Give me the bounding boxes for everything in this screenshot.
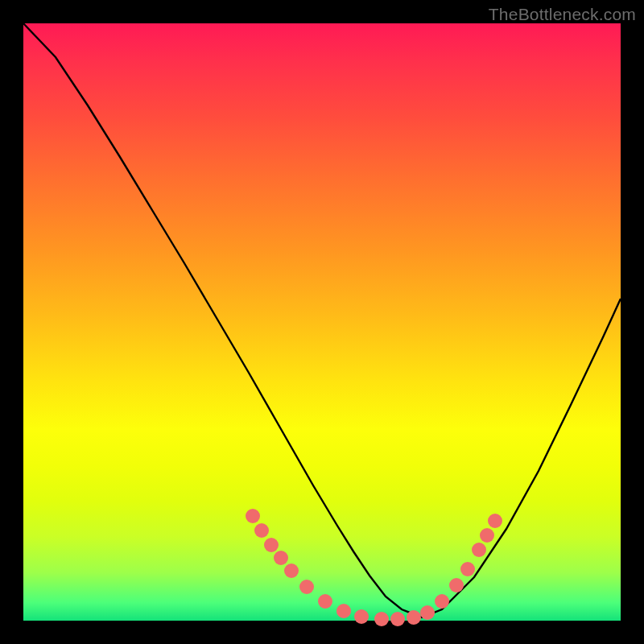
curve-marker xyxy=(274,551,288,565)
chart-frame: TheBottleneck.com xyxy=(0,0,644,644)
curve-marker xyxy=(318,594,332,609)
curve-marker xyxy=(299,580,314,594)
curve-marker xyxy=(449,578,464,592)
curve-marker xyxy=(460,562,475,576)
curve-marker xyxy=(246,509,260,523)
curve-marker xyxy=(435,594,449,609)
curve-marker xyxy=(488,514,502,528)
curve-marker xyxy=(480,528,494,543)
curve-marker xyxy=(472,543,486,557)
curve-marker xyxy=(390,612,405,626)
curve-marker xyxy=(264,538,279,552)
curve-marker xyxy=(354,609,369,624)
bottleneck-curve xyxy=(23,23,621,617)
curve-marker xyxy=(284,564,299,578)
watermark-text: TheBottleneck.com xyxy=(489,5,636,24)
curve-marker xyxy=(420,605,435,620)
marker-group xyxy=(246,509,502,626)
curve-marker xyxy=(374,612,389,626)
curve-marker xyxy=(336,604,351,618)
curve-layer xyxy=(23,23,621,621)
curve-marker xyxy=(254,523,269,538)
curve-marker xyxy=(407,610,421,625)
